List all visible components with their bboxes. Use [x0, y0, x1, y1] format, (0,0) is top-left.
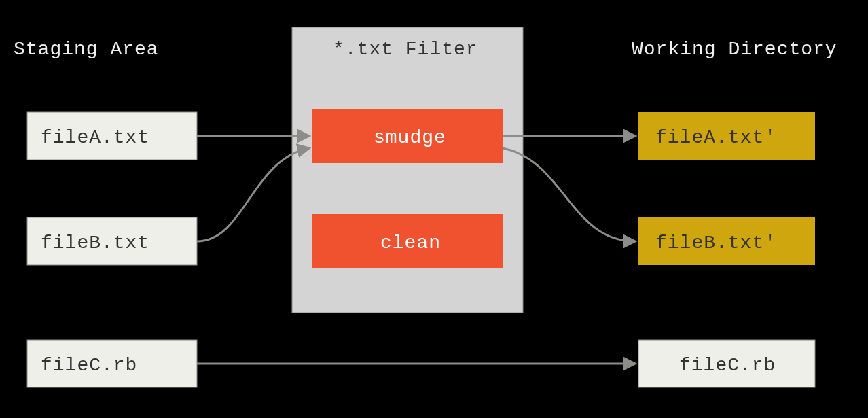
staging-heading: Staging Area — [14, 39, 159, 60]
filter-heading-inner: *.txt Filter — [333, 39, 478, 60]
working-heading: Working Directory — [632, 39, 837, 60]
filter-container — [292, 27, 523, 313]
staging-fileB-label: fileB.txt — [41, 232, 149, 254]
diagram-canvas: Staging Area *.txt Filter Working Direct… — [0, 0, 868, 418]
staging-fileA-label: fileA.txt — [41, 127, 149, 148]
working-fileC-label: fileC.rb — [679, 355, 776, 376]
staging-fileC-label: fileC.rb — [41, 355, 137, 376]
working-fileB-label: fileB.txt' — [655, 232, 776, 254]
filter-clean-label: clean — [380, 232, 441, 254]
working-fileA-label: fileA.txt' — [655, 127, 776, 148]
filter-smudge-label: smudge — [374, 127, 446, 148]
